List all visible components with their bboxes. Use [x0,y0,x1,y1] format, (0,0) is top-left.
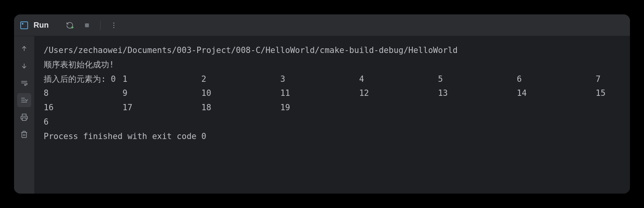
console-output[interactable]: /Users/zechaowei/Documents/003-Project/0… [34,36,630,194]
soft-wrap-icon [20,79,28,87]
up-trace-button[interactable] [17,42,31,56]
svg-marker-0 [72,26,73,28]
soft-wrap-button[interactable] [17,76,31,90]
print-button[interactable] [17,110,31,124]
console-line: 插入后的元素为: 0 1 2 3 4 5 6 7 8 9 10 11 12 13… [44,72,621,115]
more-vertical-icon [110,21,118,29]
stop-button[interactable] [80,18,94,32]
console-line: 6 [44,115,621,129]
arrow-down-icon [20,62,28,70]
clear-all-button[interactable] [17,127,31,141]
scroll-to-end-button[interactable] [17,93,31,107]
body-area: /Users/zechaowei/Documents/003-Project/0… [14,36,630,194]
divider [100,21,101,30]
svg-rect-1 [85,23,89,27]
print-icon [20,113,28,121]
down-trace-button[interactable] [17,59,31,73]
trash-icon [20,130,28,138]
stop-icon [83,21,91,29]
run-panel: Run [14,14,630,194]
tab-title: Run [34,21,49,30]
scroll-end-icon [20,96,28,104]
console-line: 顺序表初始化成功! [44,58,621,72]
rerun-icon [66,21,74,29]
console-line: Process finished with exit code 0 [44,129,621,144]
rerun-button[interactable] [63,18,77,32]
console-line: /Users/zechaowei/Documents/003-Project/0… [44,43,621,58]
svg-point-4 [113,27,115,28]
arrow-up-icon [20,45,28,53]
svg-rect-11 [22,118,26,121]
more-button[interactable] [107,18,121,32]
terminal-icon [20,21,28,29]
toolbar: Run [14,14,630,36]
svg-point-2 [113,22,115,23]
svg-point-3 [113,25,115,26]
sidebar [14,36,34,194]
